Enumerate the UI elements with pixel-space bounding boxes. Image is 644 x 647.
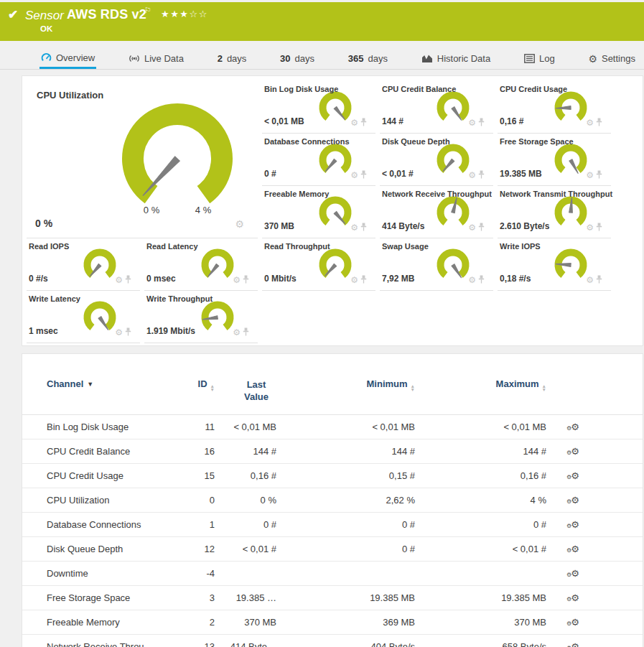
cell-actions: ⚙⚙: [546, 494, 604, 506]
table-row-bin-log-disk-usage[interactable]: Bin Log Disk Usage11< 0,01 MB< 0,01 MB< …: [22, 414, 643, 439]
pin-icon[interactable]: [478, 169, 485, 182]
gauge-cell-write-latency: Write Latency1 msec⚙: [27, 291, 140, 343]
gauge-title: Write IOPS: [500, 242, 541, 251]
tab-historic-data[interactable]: Historic Data: [420, 48, 492, 69]
gear-icon[interactable]: ⚙: [468, 276, 476, 284]
cell-last: 0 %: [215, 495, 276, 506]
gauge-title: Read Throughput: [264, 242, 330, 251]
table-row-disk-queue-depth[interactable]: Disk Queue Depth12< 0,01 #0 #< 0,01 #⚙⚙: [22, 536, 643, 561]
table-row-downtime[interactable]: Downtime-4⚙⚙: [22, 561, 643, 585]
channel-settings-icon[interactable]: ⚙⚙: [569, 616, 582, 628]
gauge-title: Network Receive Throughput: [382, 190, 492, 198]
gear-icon[interactable]: ⚙: [586, 118, 594, 127]
channel-settings-icon[interactable]: ⚙⚙: [569, 421, 582, 433]
pin-icon[interactable]: [360, 274, 367, 287]
cell-last: 0,16 #: [215, 470, 276, 481]
gauge-title: Read Latency: [146, 242, 198, 251]
pin-icon[interactable]: [478, 116, 485, 129]
read-throughput-gauge: [317, 246, 354, 283]
tab-365-days[interactable]: 365days: [347, 48, 389, 69]
cell-min: 404 Byte/s: [276, 641, 415, 647]
table-row-cpu-credit-balance[interactable]: CPU Credit Balance16144 #144 #144 #⚙⚙: [22, 439, 643, 463]
pin-icon[interactable]: [478, 274, 485, 287]
column-header-channel[interactable]: Channel▼: [47, 378, 170, 389]
pin-icon[interactable]: [596, 169, 602, 182]
star-filled-icon[interactable]: ★: [179, 9, 189, 19]
table-row-database-connections[interactable]: Database Connections10 #0 #0 #⚙⚙: [22, 512, 643, 536]
tab-settings[interactable]: ⚙Settings: [587, 48, 637, 69]
gear-icon[interactable]: ⚙: [586, 276, 594, 284]
gear-icon[interactable]: ⚙: [468, 223, 476, 232]
pin-icon[interactable]: [596, 116, 602, 129]
channel-settings-icon[interactable]: ⚙⚙: [569, 470, 582, 482]
star-filled-icon[interactable]: ★: [161, 9, 170, 19]
flag-icon[interactable]: ⚐: [144, 6, 151, 15]
table-header-row: Channel▼ID▲▼Last ValueMinimum▲▼Maximum▲▼: [22, 354, 643, 414]
pin-icon[interactable]: [596, 221, 602, 234]
star-rating[interactable]: ★★★☆☆: [161, 9, 208, 19]
channel-settings-icon[interactable]: ⚙⚙: [569, 543, 582, 555]
column-header-maximum[interactable]: Maximum▲▼: [415, 378, 546, 391]
pin-icon[interactable]: [125, 274, 131, 287]
gauge-cell-actions: ⚙: [350, 116, 367, 129]
cell-max: 4 %: [415, 495, 546, 506]
pin-icon[interactable]: [243, 326, 249, 339]
gear-icon[interactable]: ⚙: [235, 219, 244, 229]
channel-settings-icon[interactable]: ⚙⚙: [569, 445, 582, 457]
channel-settings-icon[interactable]: ⚙⚙: [569, 641, 582, 647]
gear-icon[interactable]: ⚙: [233, 276, 241, 284]
pin-icon[interactable]: [360, 169, 367, 182]
status-badge: OK: [40, 24, 52, 33]
tab-log[interactable]: Log: [523, 48, 556, 69]
gauge-value: 7,92 MB: [382, 274, 414, 284]
pin-icon[interactable]: [360, 221, 367, 234]
gear-icon[interactable]: ⚙: [468, 118, 476, 127]
gauge-title: Network Transmit Throughput: [500, 190, 612, 198]
star-outline-icon[interactable]: ☆: [199, 9, 208, 19]
tab-live-data[interactable]: Live Data: [127, 48, 185, 69]
table-row-cpu-utilization[interactable]: CPU Utilization00 %2,62 %4 %⚙⚙: [22, 488, 643, 512]
cell-id: 12: [170, 544, 215, 554]
gauge-value: 370 MB: [264, 221, 294, 231]
gear-icon[interactable]: ⚙: [350, 171, 358, 180]
table-row-freeable-memory[interactable]: Freeable Memory2370 MB369 MB370 MB⚙⚙: [22, 610, 643, 634]
tab-overview[interactable]: Overview: [39, 48, 96, 69]
channel-settings-icon[interactable]: ⚙⚙: [569, 567, 582, 579]
gear-icon[interactable]: ⚙: [233, 328, 241, 337]
gauge-cell-free-storage-space: Free Storage Space19.385 MB⚙: [498, 134, 611, 186]
column-header-last-value[interactable]: Last Value: [215, 378, 276, 403]
channel-settings-icon[interactable]: ⚙⚙: [569, 518, 582, 531]
gear-icon[interactable]: ⚙: [350, 118, 358, 127]
table-row-cpu-credit-usage[interactable]: CPU Credit Usage150,16 #0,15 #0,16 #⚙⚙: [22, 463, 643, 488]
gear-icon[interactable]: ⚙: [350, 223, 358, 232]
gear-icon[interactable]: ⚙: [350, 276, 358, 284]
gauge-scale-min: 0 %: [131, 205, 172, 215]
pin-icon[interactable]: [243, 274, 249, 287]
tab-30-days[interactable]: 30days: [279, 48, 316, 69]
tab-2-days[interactable]: 2days: [216, 48, 248, 69]
channel-settings-icon[interactable]: ⚙⚙: [569, 494, 582, 506]
gauge-cell-actions: ⚙: [468, 169, 485, 182]
page-title: AWS RDS v2: [67, 7, 146, 22]
gear-icon[interactable]: ⚙: [115, 276, 123, 284]
gear-icon[interactable]: ⚙: [586, 171, 594, 180]
sort-icon[interactable]: ▲▼: [542, 385, 546, 391]
gear-icon[interactable]: ⚙: [586, 223, 594, 232]
cell-id: 2: [170, 617, 215, 628]
table-row-free-storage-space[interactable]: Free Storage Space319.385 …19.385 MB19.3…: [22, 585, 643, 610]
table-row-network-receive-throu[interactable]: Network Receive Throu…13414 Byte…404 Byt…: [22, 634, 643, 647]
channel-settings-icon[interactable]: ⚙⚙: [569, 592, 582, 604]
star-filled-icon[interactable]: ★: [170, 9, 179, 19]
gauge-cell-actions: ⚙: [468, 274, 485, 287]
pin-icon[interactable]: [125, 326, 131, 339]
pin-icon[interactable]: [596, 274, 602, 287]
column-header-minimum[interactable]: Minimum▲▼: [276, 378, 415, 391]
column-header-id[interactable]: ID▲▼: [170, 378, 215, 391]
pin-icon[interactable]: [478, 221, 485, 234]
pin-icon[interactable]: [360, 116, 367, 129]
star-outline-icon[interactable]: ☆: [189, 9, 198, 19]
column-label: ID: [198, 378, 207, 389]
gear-icon[interactable]: ⚙: [468, 171, 476, 180]
gear-icon[interactable]: ⚙: [115, 328, 123, 337]
database-connections-gauge: [317, 141, 354, 178]
